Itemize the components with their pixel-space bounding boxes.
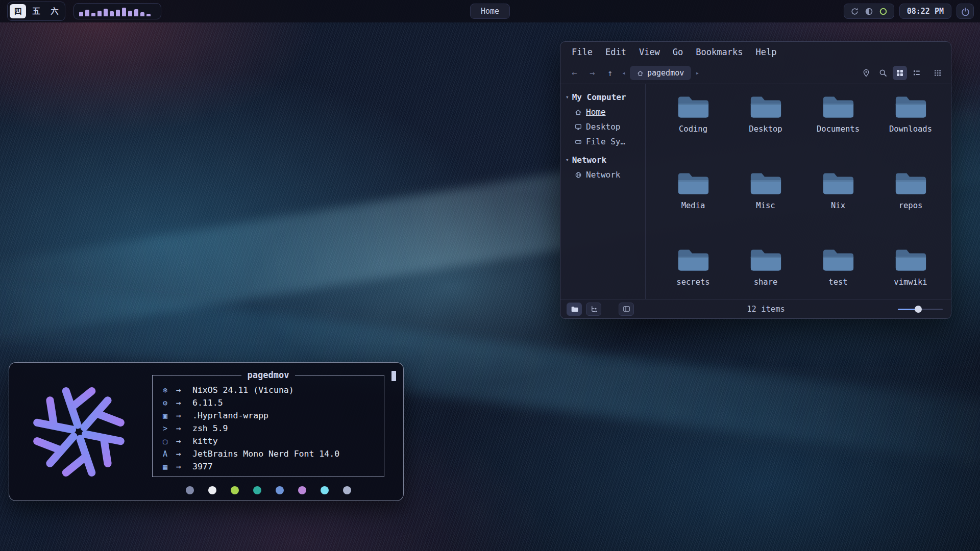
status-bar: 12 items [560,299,951,318]
path-prev-chevron-icon[interactable]: ◂ [620,69,627,77]
icon-view-button[interactable] [893,66,907,80]
folder-item[interactable]: Desktop [732,93,799,134]
menu-go[interactable]: Go [673,47,683,57]
menu-edit[interactable]: Edit [605,47,626,57]
forward-button[interactable]: → [584,68,600,78]
sidebar-item-label: Home [586,107,606,117]
list-view-icon [913,69,921,77]
folder-icon [821,246,855,274]
search-icon [879,69,887,77]
location-button[interactable] [859,66,873,80]
terminal-value: kitty [192,436,218,446]
folder-item[interactable]: vimwiki [877,246,944,287]
slider-handle[interactable] [915,306,922,313]
visualizer-bar [146,14,151,16]
nightlight-icon[interactable] [865,7,873,16]
menu-bookmarks[interactable]: Bookmarks [696,47,743,57]
terminal-window[interactable]: pagedmov ❄ → NixOS 24.11 (Vicuna) ⚙ → 6.… [9,362,404,501]
folder-label: Nix [831,201,845,210]
home-icon [575,109,582,116]
folder-item[interactable]: Coding [659,93,727,134]
list-view-button[interactable] [910,66,924,80]
workspace-button-1[interactable]: 四 [10,4,26,18]
active-window-title[interactable]: Home [470,4,510,19]
sidebar-item-label: Network [586,170,620,180]
sidebar-item-desktop[interactable]: Desktop [566,119,642,134]
path-next-chevron-icon[interactable]: ▸ [694,69,701,77]
clock[interactable]: 08:22 PM [899,4,951,19]
folder-icon [821,93,855,121]
folder-item[interactable]: Misc [732,170,799,210]
back-button[interactable]: ← [567,68,582,78]
visualizer-bar [116,10,120,16]
fetch-row-wm: ▣ → .Hyprland-wrapp [163,409,384,422]
visualizer-bar [104,9,108,16]
arrow-glyph: → [176,385,192,395]
sidebar-section-my-computer[interactable]: ▾ My Computer [566,92,642,102]
visualizer-bar [91,13,95,16]
desktop-icon [575,123,582,131]
power-button[interactable] [957,4,974,19]
palette-dot [186,486,194,494]
globe-icon [575,171,582,179]
section-label: My Computer [572,92,626,102]
tree-view-button[interactable] [586,303,601,316]
workspace-button-2[interactable]: 五 [28,4,44,18]
caret-down-icon: ▾ [566,94,569,101]
arrow-glyph: → [176,436,192,446]
sync-icon[interactable] [850,7,859,16]
sidebar-section-network[interactable]: ▾ Network [566,155,642,165]
fetch-row-terminal: ▢ → kitty [163,435,384,447]
folder-icon [821,170,855,197]
folder-icon [749,93,782,121]
arrow-glyph: → [176,398,192,408]
menu-help[interactable]: Help [755,47,776,57]
nixos-logo [32,385,126,479]
palette-dot [231,486,239,494]
folder-label: Documents [817,124,860,134]
menu-file[interactable]: File [572,47,593,57]
folder-icon [894,93,927,121]
compact-view-icon [934,69,942,77]
folder-label: repos [899,201,923,210]
search-button[interactable] [876,66,890,80]
palette-dot [298,486,306,494]
menu-view[interactable]: View [639,47,660,57]
wm-value: .Hyprland-wrapp [192,411,268,420]
panel-icon [623,305,630,313]
workspace-button-3[interactable]: 六 [46,4,63,18]
compact-view-button[interactable] [930,66,945,80]
folder-label: Downloads [889,124,932,134]
sidebar-item-label: Desktop [586,122,620,132]
workspace-switcher: 四 五 六 [7,2,65,21]
top-bar: 四 五 六 Home 08:22 PM [0,0,980,22]
breadcrumb-path-button[interactable]: pagedmov [630,66,691,80]
window-manager-icon: ▣ [163,411,176,420]
folder-label: Misc [756,201,775,210]
nix-snowflake-icon: ❄ [163,386,176,395]
folder-item[interactable]: repos [877,170,944,210]
folder-label: Media [681,201,705,210]
sidebar-item-network[interactable]: Network [566,167,642,182]
show-folders-button[interactable] [567,303,582,316]
sidebar-item-home[interactable]: Home [566,105,642,119]
folder-item[interactable]: test [804,246,872,287]
recorder-ring-icon[interactable] [879,7,888,16]
arrow-glyph: → [176,462,192,471]
folder-item[interactable]: Documents [804,93,872,134]
shell-value: zsh 5.9 [192,423,228,433]
file-grid: Coding Desktop Documents Downloads Media… [646,84,951,299]
zoom-slider[interactable] [898,303,943,316]
power-icon [961,7,970,16]
folder-item[interactable]: share [732,246,799,287]
folder-item[interactable]: Nix [804,170,872,210]
up-button[interactable]: ↑ [602,68,618,78]
visualizer-bar [134,9,138,16]
sidebar-item-filesystem[interactable]: File Sy… [566,134,642,149]
palette-dot [253,486,261,494]
folder-item[interactable]: secrets [659,246,727,287]
folder-item[interactable]: Media [659,170,727,210]
folder-item[interactable]: Downloads [877,93,944,134]
font-value: JetBrains Mono Nerd Font 14.0 [192,449,339,459]
side-panel-toggle-button[interactable] [619,303,634,316]
